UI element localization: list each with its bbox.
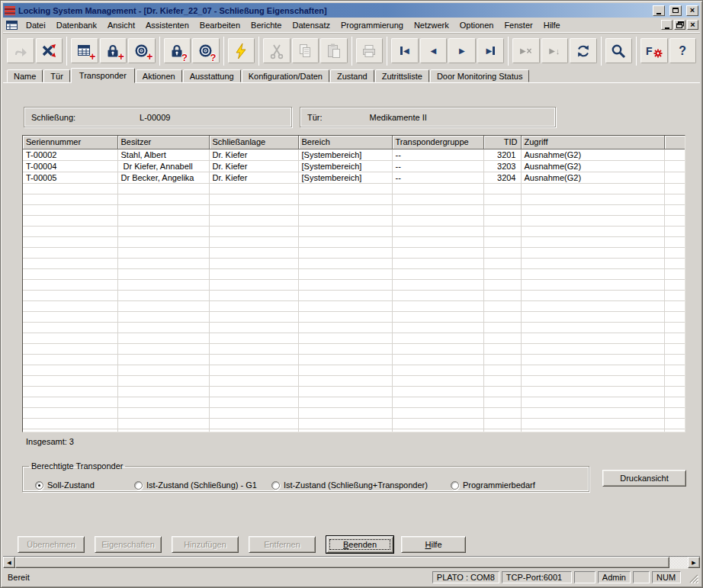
table-cell[interactable] (664, 300, 685, 311)
table-cell[interactable]: T-00005 (23, 172, 117, 183)
col-schliessanlage[interactable]: Schließanlage (209, 136, 298, 149)
table-empty-row[interactable] (23, 375, 685, 386)
table-cell[interactable] (298, 386, 392, 397)
table-cell[interactable] (23, 311, 117, 322)
table-cell[interactable]: Ausnahme(G2) (521, 172, 664, 183)
table-cell[interactable] (117, 386, 209, 397)
table-cell[interactable] (521, 418, 664, 429)
table-empty-row[interactable] (23, 204, 685, 215)
table-cell[interactable] (298, 204, 392, 215)
table-cell[interactable] (298, 258, 392, 268)
table-cell[interactable] (483, 226, 521, 236)
table-cell[interactable] (23, 429, 117, 432)
maximize-button[interactable] (669, 5, 682, 16)
table-cell[interactable] (483, 375, 521, 386)
menu-optionen[interactable]: Optionen (454, 19, 499, 31)
table-cell[interactable] (483, 290, 521, 300)
table-cell[interactable] (117, 226, 209, 236)
toolbar-filter[interactable]: F (640, 38, 668, 63)
radio-circle[interactable] (451, 481, 459, 490)
col-transpondergruppe[interactable]: Transpondergruppe (392, 136, 483, 149)
toolbar-print[interactable] (356, 38, 384, 63)
table-cell[interactable] (23, 354, 117, 365)
table-cell[interactable] (298, 226, 392, 236)
table-cell[interactable]: [Systembereich] (298, 149, 392, 160)
table-cell[interactable] (664, 375, 685, 386)
table-empty-row[interactable] (23, 407, 685, 418)
col-zugriff[interactable]: Zugriff (521, 136, 664, 149)
table-cell[interactable] (664, 268, 685, 279)
table-cell[interactable] (117, 333, 209, 343)
table-cell[interactable] (392, 268, 483, 279)
table-cell[interactable] (298, 183, 392, 194)
table-cell[interactable] (521, 183, 664, 194)
table-cell[interactable]: Dr. Kiefer (209, 149, 298, 160)
scroll-right-button[interactable]: ▶ (688, 557, 700, 568)
toolbar-program[interactable] (228, 38, 255, 63)
table-cell[interactable] (117, 343, 209, 354)
table-cell[interactable] (521, 279, 664, 290)
print-preview-button[interactable]: Druckansicht (602, 470, 686, 487)
table-empty-row[interactable] (23, 343, 685, 354)
table-cell[interactable]: T-00002 (23, 149, 117, 160)
mdi-restore-button[interactable] (674, 20, 685, 30)
table-cell[interactable] (392, 215, 483, 226)
table-cell[interactable] (209, 375, 298, 386)
table-cell[interactable] (117, 290, 209, 300)
table-cell[interactable] (117, 300, 209, 311)
table-cell[interactable] (298, 397, 392, 407)
toolbar-undo[interactable] (7, 38, 34, 63)
table-cell[interactable] (392, 247, 483, 258)
table-cell[interactable] (298, 418, 392, 429)
table-cell[interactable] (23, 300, 117, 311)
table-cell[interactable] (664, 343, 685, 354)
toolbar-first-record[interactable]: ◀ (391, 38, 419, 63)
table-cell[interactable] (23, 290, 117, 300)
toolbar-read-lock[interactable]: ? (164, 38, 191, 63)
close-button[interactable]: × (686, 5, 698, 16)
tab-konfiguration-daten[interactable]: Konfiguration/Daten (242, 69, 329, 82)
table-cell[interactable] (209, 247, 298, 258)
table-cell[interactable] (209, 365, 298, 375)
table-cell[interactable] (23, 365, 117, 375)
table-cell[interactable] (298, 194, 392, 204)
table-cell[interactable] (298, 279, 392, 290)
table-cell[interactable] (392, 397, 483, 407)
horizontal-scrollbar[interactable]: ◀ ▶ (3, 556, 700, 568)
table-cell[interactable]: 3204 (483, 172, 521, 183)
mdi-system-menu-icon[interactable] (6, 21, 18, 30)
tab-ausstattung[interactable]: Ausstattung (183, 69, 241, 82)
table-cell[interactable] (664, 149, 685, 160)
tab-name[interactable]: Name (7, 69, 43, 82)
table-cell[interactable] (521, 343, 664, 354)
table-cell[interactable] (483, 215, 521, 226)
table-cell[interactable] (117, 322, 209, 333)
toolbar-post-edit[interactable]: ▶↓ (541, 38, 569, 63)
table-cell[interactable] (117, 194, 209, 204)
table-cell[interactable] (298, 268, 392, 279)
table-cell[interactable] (664, 429, 685, 432)
table-cell[interactable] (209, 300, 298, 311)
table-cell[interactable] (392, 183, 483, 194)
table-cell[interactable] (298, 290, 392, 300)
toolbar-prev-record[interactable]: ◀ (420, 38, 448, 63)
toolbar-paste[interactable] (320, 38, 348, 63)
table-cell[interactable] (209, 236, 298, 247)
radio-ist-zustand-transponder[interactable]: Ist-Zustand (Schließung+Transponder) (271, 480, 428, 490)
table-cell[interactable] (117, 204, 209, 215)
table-cell[interactable] (392, 226, 483, 236)
table-cell[interactable] (209, 215, 298, 226)
table-cell[interactable] (483, 333, 521, 343)
table-cell[interactable] (23, 247, 117, 258)
tab-door-monitoring-status[interactable]: Door Monitoring Status (430, 69, 530, 82)
menu-berichte[interactable]: Berichte (246, 19, 287, 31)
table-cell[interactable] (298, 407, 392, 418)
table-empty-row[interactable] (23, 300, 685, 311)
table-cell[interactable] (209, 418, 298, 429)
radio-programmierbedarf[interactable]: Programmierbedarf (451, 480, 535, 490)
table-cell[interactable] (483, 418, 521, 429)
table-cell[interactable] (521, 386, 664, 397)
table-cell[interactable] (209, 204, 298, 215)
menu-bearbeiten[interactable]: Bearbeiten (194, 19, 246, 31)
table-cell[interactable] (664, 183, 685, 194)
